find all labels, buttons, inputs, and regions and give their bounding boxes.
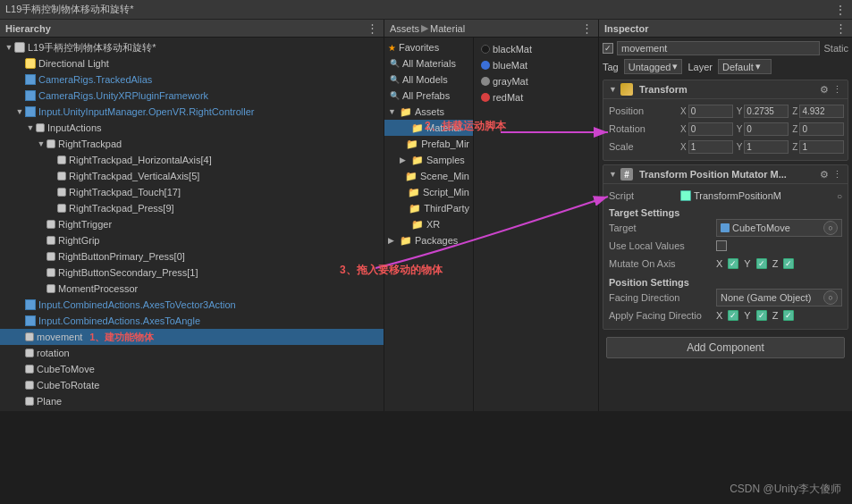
use-local-label: Use Local Values [609,240,716,251]
apply-z-check[interactable]: ✓ [783,310,794,321]
top-bar-dots[interactable]: ⋮ [834,3,847,17]
axis-z-check[interactable]: ✓ [783,258,794,269]
position-row: Position X Y [609,103,842,119]
folder-xr[interactable]: 📁 XR [384,216,473,232]
facing-dir-text: None (Game Object) [721,292,811,303]
pos-z-input[interactable] [799,105,844,118]
tree-label-icaa: Input.CombinedActions.AxesToAngle [38,315,200,326]
target-select-btn[interactable]: ○ [823,221,838,235]
fav-all-materials[interactable]: 🔍 All Materials [384,55,473,71]
pos-y-input[interactable] [744,105,789,118]
scale-y-field: Y [737,140,789,154]
hierarchy-item-rt-touch[interactable]: RightTrackpad_Touch[17] [0,184,384,200]
folder-label-pkg: Packages [415,235,458,246]
facing-dir-value[interactable]: None (Game Object) ○ [716,289,842,307]
hierarchy-item-rt-horiz[interactable]: RightTrackpad_HorizontalAxis[4] [0,152,384,168]
apply-x-check[interactable]: ✓ [728,310,738,321]
hierarchy-item-rgrip[interactable]: RightGrip [0,232,384,248]
fav-all-models[interactable]: 🔍 All Models [384,71,473,88]
rot-x-input[interactable] [688,122,733,136]
rot-y-input[interactable] [744,122,789,136]
add-component-button[interactable]: Add Component [606,337,845,358]
mat-red[interactable]: redMat [477,89,595,105]
scale-x-input[interactable] [688,140,733,154]
assets-panel: Assets ▶ Material ⋮ ★ Favorites 🔍 All [384,20,599,411]
mutate-axis-checks: X ✓ Y ✓ Z ✓ [716,258,794,269]
hierarchy-dots[interactable]: ⋮ [367,21,378,35]
cube-icon-cam2 [25,90,36,101]
assets-sidebar[interactable]: ★ Favorites 🔍 All Materials 🔍 All Models… [384,38,474,411]
scale-y-input[interactable] [744,140,789,154]
object-name-field[interactable] [617,41,820,55]
fav-all-materials-label: All Materials [402,58,456,69]
mutator-more-icon[interactable]: ⋮ [832,169,842,181]
folder-third[interactable]: 📁 ThirdParty [384,200,473,216]
target-value-field[interactable]: CubeToMove ○ [716,219,842,237]
hierarchy-item-cubetorotate[interactable]: CubeToRotate [0,377,384,393]
hierarchy-item-input-unity[interactable]: ▼ Input.UnityInputManager.OpenVR.RightCo… [0,104,384,120]
hierarchy-item-rt[interactable]: ▼ RightTrackpad [0,136,384,152]
mutator-settings-icon[interactable]: ⚙ [820,169,829,181]
use-local-checkbox[interactable] [716,240,727,251]
inspector-dots[interactable]: ⋮ [835,21,847,35]
gameobj-icon-rtv [57,172,66,181]
gameobj-icon-ctm [25,365,34,374]
hierarchy-item-cubetomove[interactable]: CubeToMove [0,361,384,377]
rot-z-input[interactable] [799,122,844,136]
hierarchy-item-moment[interactable]: MomentProcessor [0,281,384,297]
folder-material[interactable]: 📁 Material [384,120,473,136]
transform-header[interactable]: ▼ Transform ⚙ ⋮ [603,80,848,99]
assets-material-list[interactable]: blackMat blueMat grayMat redMat [474,38,598,411]
mat-blue[interactable]: blueMat [477,57,595,73]
hierarchy-item-movement[interactable]: movement 1、建功能物体 [0,329,384,345]
script-icon [680,190,691,201]
mat-label-red: redMat [493,92,523,103]
hierarchy-item-rtrigger[interactable]: RightTrigger [0,216,384,232]
tag-dropdown[interactable]: Untagged ▾ [624,59,683,74]
facing-dir-btn[interactable]: ○ [823,290,838,305]
hierarchy-item-camrig1[interactable]: CameraRigs.TrackedAlias [0,71,384,88]
hierarchy-item-rbs[interactable]: RightButtonSecondary_Press[1] [0,265,384,281]
apply-y-check[interactable]: ✓ [756,310,767,321]
script-select-icon[interactable]: ○ [837,191,842,201]
hierarchy-item-rt-press[interactable]: RightTrackpad_Press[9] [0,200,384,216]
insp-name-row: ✓ Static [603,41,848,55]
hierarchy-item-inputactions[interactable]: ▼ InputActions [0,120,384,136]
axis-y-check[interactable]: ✓ [756,258,767,269]
fav-all-prefabs[interactable]: 🔍 All Prefabs [384,88,473,104]
folder-prefab[interactable]: 📁 Prefab_Mir [384,136,473,152]
hierarchy-item-plane[interactable]: Plane [0,393,384,409]
mat-gray[interactable]: grayMat [477,73,595,89]
mutator-header[interactable]: ▼ # Transform Position Mutator M... ⚙ ⋮ [603,165,848,184]
hierarchy-item-rt-vert[interactable]: RightTrackpad_VerticalAxis[5] [0,168,384,184]
search-icon-mod: 🔍 [390,75,400,84]
pos-y-letter: Y [737,106,743,116]
axis-x-check[interactable]: ✓ [728,258,738,269]
assets-dots[interactable]: ⋮ [581,21,593,35]
gameobj-icon-plane [25,397,34,406]
folder-samples[interactable]: ▶ 📁 Samples [384,152,473,168]
active-checkbox[interactable]: ✓ [603,43,613,54]
hierarchy-item-rotation[interactable]: rotation [0,345,384,361]
layer-dropdown[interactable]: Default ▾ [718,59,772,74]
transform-settings-icon[interactable]: ⚙ [820,84,829,96]
tree-label-ium: Input.UnityInputManager.OpenVR.RightCont… [38,106,255,117]
pos-x-input[interactable] [688,105,733,118]
hierarchy-item-rbp[interactable]: RightButtonPrimary_Press[0] [0,248,384,265]
apply-y-label: Y [744,310,750,321]
hierarchy-item-icaa[interactable]: Input.CombinedActions.AxesToAngle [0,313,384,329]
transform-more-icon[interactable]: ⋮ [832,84,842,96]
script-value: TransformPositionM [694,190,781,201]
folder-scene[interactable]: 📁 Scene_Min [384,168,473,184]
folder-packages[interactable]: ▶ 📁 Packages [384,232,473,248]
tree-label-rth: RightTrackpad_HorizontalAxis[4] [69,155,212,165]
hierarchy-item-camrig2[interactable]: CameraRigs.UnityXRPluginFramework [0,88,384,104]
folder-script[interactable]: 📁 Script_Min [384,184,473,200]
mat-black[interactable]: blackMat [477,41,595,57]
folder-assets[interactable]: ▼ 📁 Assets [384,104,473,120]
hierarchy-item-ica[interactable]: Input.CombinedActions.AxesToVector3Actio… [0,297,384,313]
hierarchy-item-directional[interactable]: Directional Light [0,55,384,71]
hierarchy-item-l19[interactable]: ▼ L19手柄控制物体移动和旋转* [0,39,384,55]
scale-z-input[interactable] [799,140,844,154]
hierarchy-content[interactable]: ▼ L19手柄控制物体移动和旋转* Directional Light C [0,38,384,411]
